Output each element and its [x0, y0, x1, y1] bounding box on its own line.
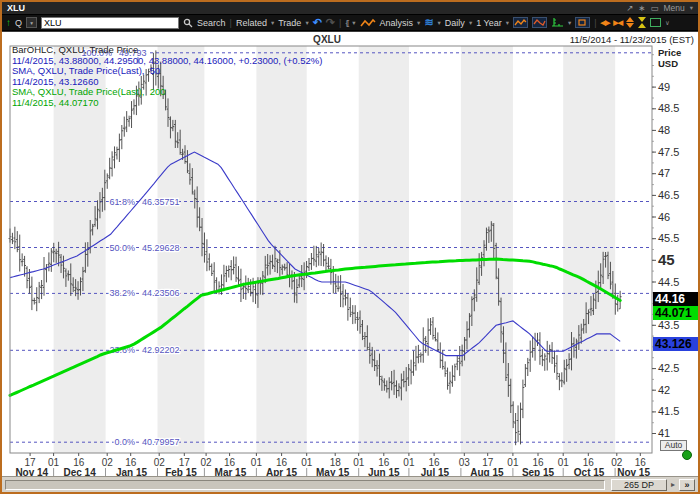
month-label: Sep 15 — [522, 467, 555, 476]
hourglass-icon[interactable] — [638, 17, 646, 28]
date-tick-label: 03 — [459, 457, 471, 468]
popout-icon[interactable]: ↗ — [626, 3, 633, 13]
chart-compare-icon[interactable] — [532, 17, 547, 28]
range-dropdown[interactable]: 1 Year — [476, 18, 502, 28]
undo-icon[interactable]: ↶ — [313, 16, 322, 29]
range-caret-icon[interactable]: ▾ — [506, 19, 509, 27]
data-points-button[interactable]: 265 DP — [611, 479, 667, 491]
scroll-end-button[interactable]: » — [679, 479, 695, 491]
toolbar-more-chevron-icon[interactable]: ∨ — [665, 19, 670, 27]
horizontal-scrollbar: 265 DP ▸ » — [2, 476, 698, 492]
month-label: Oct 15 — [574, 467, 605, 476]
month-label: Aug 15 — [470, 467, 504, 476]
month-label: Apr 15 — [266, 467, 298, 476]
menu-caret-icon[interactable]: ▾ — [690, 4, 693, 12]
legend-sma200-title: SMA, QXLU, Trade Price(Last), 200 — [12, 87, 322, 98]
date-tick-label: 01 — [301, 457, 313, 468]
ticker-dropdown-button[interactable]: ▾ — [26, 17, 37, 28]
date-tick-label: 01 — [507, 457, 519, 468]
price-tick-label: 43.5 — [658, 319, 679, 331]
price-axis-unit-label: Price USD — [658, 47, 681, 69]
status-dot — [682, 450, 692, 460]
toolbar-divider: | — [339, 18, 341, 28]
collapse-horizontal-icon[interactable]: ▶◀ — [613, 19, 622, 27]
date-tick-label: 02 — [201, 457, 213, 468]
month-label: Dec 14 — [63, 467, 96, 476]
related-caret-icon[interactable]: ▾ — [271, 19, 274, 27]
last-price-badge: 44.16 — [653, 292, 698, 306]
month-label: Mar 15 — [215, 467, 247, 476]
window-icon[interactable]: ▭ — [650, 3, 658, 13]
fib-value-label: 42.92202 — [142, 345, 180, 355]
annotate-icon[interactable] — [575, 17, 590, 28]
trade-caret-icon[interactable]: ▾ — [305, 19, 308, 27]
fib-value-label: 40.79957 — [142, 437, 180, 447]
chart-type-icon[interactable] — [513, 17, 528, 28]
date-tick-label: 01 — [251, 457, 263, 468]
chart-legend: BarOHLC, QXLU, Trade Price 11/4/2015, 43… — [12, 45, 322, 108]
analysis-button[interactable]: Analysis — [380, 18, 414, 28]
ticker-input[interactable] — [41, 17, 179, 29]
trade-button[interactable]: Trade — [278, 18, 301, 28]
chart-panel: QXLU 11/5/2014 - 11/23/2015 (EST) Price … — [2, 31, 698, 476]
legend-sma50-title: SMA, QXLU, Trade Price(Last), 50 — [12, 66, 322, 77]
date-tick-label: 01 — [403, 457, 415, 468]
chart-toolbar: ↑ Q ▾ Search | Related ▾ Trade ▾ ↶ ↷ | {… — [2, 14, 698, 31]
scrollbar-track[interactable] — [5, 480, 605, 490]
legend-barohlc-title: BarOHLC, QXLU, Trade Price — [12, 45, 322, 56]
zoom-select-icon[interactable] — [650, 18, 661, 27]
fib-value-label: 46.35751 — [142, 197, 180, 207]
price-tick-label: 41 — [658, 427, 670, 439]
date-tick-label: 01 — [558, 457, 570, 468]
date-tick-label: 01 — [353, 457, 365, 468]
fib-pct-label: 0.0% — [114, 437, 135, 447]
fields-icon[interactable]: {[ — [345, 18, 348, 27]
legend-sma200-value: 11/4/2015, 44.07170 — [12, 98, 322, 109]
month-label: May 15 — [316, 467, 350, 476]
month-label: Jul 15 — [421, 467, 450, 476]
terminal-window: XLU ↗ ∗ ▭ Menu ▾ ↑ Q ▾ Search | Related … — [0, 0, 700, 494]
month-label: Nov 14 — [15, 467, 48, 476]
price-tick-label: 48 — [658, 124, 670, 136]
month-label: Jan 15 — [116, 467, 148, 476]
axis-settings-icon[interactable] — [551, 17, 564, 28]
fib-value-label: 45.29628 — [142, 243, 180, 253]
price-tick-label: 46.5 — [658, 189, 679, 201]
sma50-price-badge: 43.126 — [653, 337, 698, 351]
related-button[interactable]: Related — [236, 18, 267, 28]
favorite-icon[interactable]: ∗ — [638, 3, 645, 13]
auto-scale-button[interactable]: Auto — [660, 440, 687, 451]
scroll-next-icon[interactable]: ▸ — [671, 480, 675, 489]
quote-type-label[interactable]: Q — [15, 18, 22, 28]
menu-button[interactable]: Menu — [663, 3, 684, 13]
price-tick-label: 42.5 — [658, 362, 679, 374]
price-tick-label: 45.5 — [658, 232, 679, 244]
title-bar: XLU ↗ ∗ ▭ Menu ▾ — [2, 2, 698, 14]
waves-caret-icon[interactable]: ▾ — [438, 19, 441, 27]
price-tick-label: 44.5 — [658, 276, 679, 288]
month-band — [563, 46, 615, 453]
month-label: Jun 15 — [368, 467, 400, 476]
date-tick-label: 01 — [48, 457, 60, 468]
period-dropdown[interactable]: Daily — [445, 18, 465, 28]
period-caret-icon[interactable]: ▾ — [469, 19, 472, 27]
search-button[interactable]: Search — [197, 18, 226, 28]
axis-caret-icon[interactable]: ▾ — [568, 19, 571, 27]
waves-icon[interactable]: ≋ — [424, 16, 433, 29]
expand-vertical-icon[interactable] — [626, 17, 634, 28]
expand-horizontal-icon[interactable]: ◀▶ — [601, 19, 610, 27]
toolbar-divider: | — [230, 18, 232, 28]
price-tick-label: 45 — [658, 251, 675, 268]
fib-pct-label: 38.2% — [109, 288, 135, 298]
price-tick-label: 41.5 — [658, 405, 679, 417]
fib-pct-label: 50.0% — [109, 243, 135, 253]
redo-icon[interactable]: ↷ — [326, 16, 335, 29]
price-tick-label: 48.5 — [658, 102, 679, 114]
fib-pct-label: 61.8% — [109, 197, 135, 207]
fields-caret-icon[interactable]: ▾ — [352, 19, 355, 27]
price-tick-label: 47 — [658, 167, 670, 179]
date-tick-label: 02 — [102, 457, 114, 468]
toolbar-divider: | — [594, 18, 596, 28]
analysis-caret-icon[interactable]: ▾ — [417, 19, 420, 27]
price-tick-label: 42 — [658, 384, 670, 396]
